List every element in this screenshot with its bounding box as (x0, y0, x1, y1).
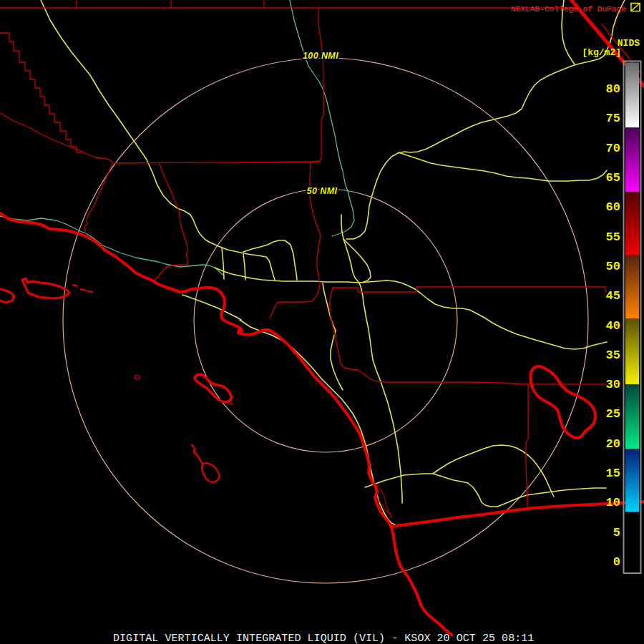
colorbar-segment-red (625, 192, 639, 255)
colorbar-segment-teal (625, 384, 639, 449)
colorbar-tick-50: 50 (606, 260, 620, 273)
colorbar-tick-65: 65 (606, 171, 620, 185)
product-caption: DIGITAL VERTICALLY INTEGRATED LIQUID (VI… (113, 633, 534, 644)
colorbar-tick-20: 20 (606, 437, 620, 451)
colorbar-tick-10: 10 (606, 496, 620, 509)
background (0, 0, 644, 644)
colorbar-segment-gray (625, 62, 639, 127)
colorbar-segment-yellow (625, 318, 639, 384)
colorbar-tick-70: 70 (606, 142, 620, 155)
colorbar-tick-30: 30 (606, 378, 620, 391)
colorbar-tick-15: 15 (606, 467, 620, 480)
units-label: [kg/m2] (582, 47, 621, 58)
colorbar-tick-40: 40 (606, 319, 620, 333)
inner-ring-label: 50 NMI (307, 186, 338, 196)
colorbar-tick-5: 5 (613, 526, 620, 540)
outer-ring-label: 100 NMI (303, 51, 338, 61)
colorbar-segment-black (625, 512, 639, 572)
radar-map-canvas: NEXLAB-College of DuPage NIDS [kg/m2] 10… (0, 0, 644, 644)
colorbar-segment-magenta (625, 127, 639, 192)
radar-product-screen: NEXLAB-College of DuPage NIDS [kg/m2] 10… (0, 0, 644, 644)
colorbar-tick-75: 75 (606, 112, 620, 125)
colorbar-tick-80: 80 (606, 82, 620, 96)
colorbar-segment-orange (625, 255, 639, 318)
colorbar-segment-blue (625, 449, 639, 512)
colorbar-tick-0: 0 (613, 555, 620, 569)
colorbar-tick-35: 35 (606, 348, 620, 362)
colorbar-tick-60: 60 (606, 200, 620, 214)
brand-text: NEXLAB-College of DuPage (511, 4, 626, 14)
colorbar-tick-45: 45 (606, 289, 620, 303)
colorbar-tick-25: 25 (606, 407, 620, 421)
colorbar-tick-55: 55 (606, 230, 620, 244)
